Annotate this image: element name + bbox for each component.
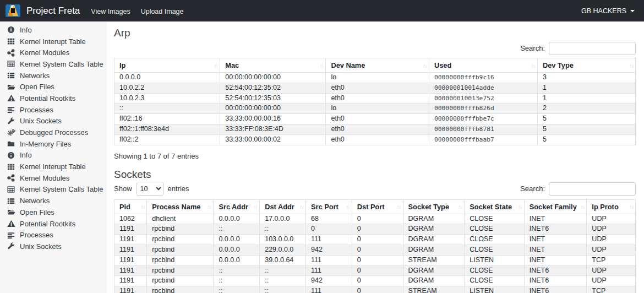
sockets-table-row: 1191 rpcbind :: :: 111 0 DGRAM CLOSE INE… bbox=[114, 265, 636, 276]
sidebar-item[interactable]: Kernel System Calls Table bbox=[0, 184, 106, 196]
socket-cell-socket-type: STREAM bbox=[403, 286, 465, 293]
sidebar-item[interactable]: Networks bbox=[0, 195, 106, 207]
sidebar-item[interactable]: Open Files bbox=[0, 207, 106, 218]
sidebar-item-icon bbox=[7, 49, 16, 57]
sort-icon bbox=[531, 62, 535, 68]
sockets-column-header[interactable]: Socket Family bbox=[524, 199, 587, 214]
sockets-table-row: 1191 rpcbind :: :: 0 0 DGRAM CLOSE INET6… bbox=[114, 224, 636, 235]
socket-cell-dst-port: 0 bbox=[352, 245, 403, 255]
top-navbar: Project Freta View ImagesUpload Image GB… bbox=[0, 0, 644, 21]
arp-cell-mac: 00:00:00:00:00:00 bbox=[220, 104, 326, 114]
user-menu-label: GB HACKERS bbox=[581, 7, 626, 15]
page-size-select[interactable]: 10 bbox=[137, 182, 163, 196]
entries-label: entries bbox=[168, 185, 189, 193]
nav-link[interactable]: Upload Image bbox=[141, 8, 184, 15]
socket-cell-src-addr: 0.0.0.0 bbox=[214, 255, 260, 265]
brand-link[interactable]: Project Freta bbox=[26, 6, 80, 17]
sidebar-item[interactable]: Potential Rootkits bbox=[0, 218, 106, 230]
sidebar-item-icon bbox=[7, 242, 16, 250]
socket-cell-src-port: 942 bbox=[305, 245, 352, 255]
sidebar-item[interactable]: Kernel Interupt Table bbox=[0, 161, 106, 172]
sidebar-item[interactable]: Kernel Interupt Table bbox=[0, 36, 106, 47]
socket-cell-socket-state: LISTEN bbox=[465, 255, 524, 265]
sockets-table-row: 1191 rpcbind :: :: 111 0 STREAM LISTEN I… bbox=[114, 286, 636, 293]
sort-icon bbox=[208, 204, 211, 210]
socket-cell-pid: 1191 bbox=[114, 276, 147, 286]
arp-cell-used: 00000000fffbbe7c bbox=[429, 114, 537, 124]
arp-column-header[interactable]: Dev Type bbox=[537, 58, 635, 73]
socket-cell-dst-addr: 229.0.0.0 bbox=[260, 245, 306, 255]
arp-column-header[interactable]: Dev Name bbox=[326, 58, 429, 73]
socket-cell-dst-port: 0 bbox=[352, 235, 403, 245]
sockets-column-header[interactable]: Process Name bbox=[147, 199, 214, 214]
socket-cell-socket-type: DGRAM bbox=[403, 214, 465, 224]
sidebar-item[interactable]: Open Files bbox=[0, 81, 106, 93]
sidebar-item-icon bbox=[7, 174, 16, 182]
arp-table-row: 10.0.2.3 52:54:00:12:35:03 eth0 00000001… bbox=[114, 93, 636, 104]
sort-icon bbox=[254, 204, 258, 210]
sidebar-item[interactable]: Unix Sockets bbox=[0, 241, 106, 252]
sockets-column-header[interactable]: Dst Port bbox=[352, 199, 403, 214]
sidebar-item[interactable]: In-Memory Files bbox=[0, 138, 106, 150]
sidebar-item[interactable]: Potential Rootkits bbox=[0, 93, 106, 104]
sidebar-item[interactable]: Info bbox=[0, 24, 106, 36]
socket-cell-socket-family: INET bbox=[524, 245, 587, 255]
socket-cell-dst-port: 0 bbox=[352, 286, 403, 293]
arp-search-input[interactable] bbox=[549, 42, 636, 55]
arp-table-row: 10.0.2.2 52:54:00:12:35:02 eth0 00000001… bbox=[114, 83, 636, 93]
sockets-column-header[interactable]: Src Addr bbox=[214, 199, 260, 214]
sidebar-item-icon bbox=[7, 37, 16, 45]
caret-down-icon bbox=[630, 10, 635, 12]
sidebar-item[interactable]: Processes bbox=[0, 229, 106, 241]
sidebar-item-icon bbox=[7, 151, 16, 159]
sockets-column-header[interactable]: Socket State bbox=[465, 199, 524, 214]
sort-icon bbox=[141, 204, 145, 210]
arp-cell-ip: ff02::1:ff08:3e4d bbox=[114, 124, 220, 134]
sockets-column-header[interactable]: Pid bbox=[114, 199, 147, 214]
arp-cell-dev-name: eth0 bbox=[326, 124, 429, 134]
socket-cell-socket-family: INET6 bbox=[524, 265, 587, 276]
socket-cell-socket-family: INET bbox=[524, 255, 587, 265]
sockets-column-header[interactable]: Src Port bbox=[305, 199, 352, 214]
sockets-search-input[interactable] bbox=[549, 182, 636, 196]
sidebar-item-label: Unix Sockets bbox=[20, 242, 62, 251]
arp-column-header[interactable]: Used bbox=[429, 58, 537, 73]
sidebar-item[interactable]: Kernel Modules bbox=[0, 47, 106, 58]
app-logo-icon bbox=[6, 4, 20, 17]
sockets-column-header[interactable]: Dst Addr bbox=[260, 199, 306, 214]
user-menu-dropdown[interactable]: GB HACKERS bbox=[581, 7, 635, 15]
socket-cell-src-port: 111 bbox=[305, 255, 352, 265]
sidebar-item-label: Kernel Modules bbox=[20, 174, 69, 182]
sidebar-item[interactable]: Kernel Modules bbox=[0, 172, 106, 184]
arp-cell-dev-name: eth0 bbox=[326, 83, 429, 93]
socket-cell-pid: 1191 bbox=[114, 235, 147, 245]
socket-cell-src-addr: 0.0.0.0 bbox=[214, 245, 260, 255]
socket-cell-process-name: rpcbind bbox=[147, 255, 214, 265]
socket-cell-socket-family: INET6 bbox=[524, 224, 587, 235]
sockets-column-header[interactable]: Socket Type bbox=[403, 199, 465, 214]
sort-icon bbox=[320, 62, 324, 68]
arp-column-header[interactable]: Ip bbox=[114, 58, 220, 73]
sidebar-item-icon bbox=[7, 140, 16, 148]
sidebar-item[interactable]: Unix Sockets bbox=[0, 116, 106, 127]
arp-cell-dev-type: 1 bbox=[537, 93, 635, 104]
sidebar-item[interactable]: Info bbox=[0, 150, 106, 161]
socket-cell-socket-family: INET bbox=[524, 214, 587, 224]
sidebar-item-label: Potential Rootkits bbox=[20, 94, 75, 102]
sidebar-item[interactable]: Processes bbox=[0, 104, 106, 116]
sidebar-item[interactable]: Networks bbox=[0, 70, 106, 82]
sidebar-item[interactable]: Debugged Processes bbox=[0, 127, 106, 138]
arp-column-header[interactable]: Mac bbox=[220, 58, 326, 73]
sidebar-item[interactable]: Kernel System Calls Table bbox=[0, 58, 106, 70]
sidebar-item-icon bbox=[7, 72, 16, 79]
arp-cell-mac: 33:33:00:00:00:02 bbox=[220, 134, 326, 145]
sidebar-item-icon bbox=[7, 94, 16, 102]
sort-icon bbox=[518, 204, 522, 210]
sidebar-item-label: Kernel Interupt Table bbox=[20, 37, 86, 46]
sockets-column-header[interactable]: Ip Proto bbox=[587, 199, 636, 214]
socket-cell-pid: 1191 bbox=[114, 255, 147, 265]
sidebar-item-label: Processes bbox=[20, 231, 53, 239]
nav-link[interactable]: View Images bbox=[91, 8, 130, 15]
socket-cell-process-name: dhclient bbox=[147, 214, 214, 224]
sockets-table-row: 1191 rpcbind 0.0.0.0 103.0.0.0 111 0 DGR… bbox=[114, 235, 636, 245]
